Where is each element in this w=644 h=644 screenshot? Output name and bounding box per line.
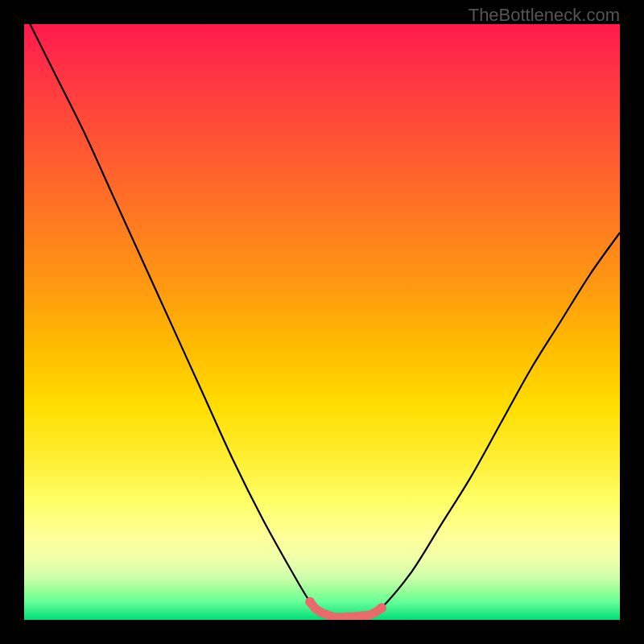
chart-container: TheBottleneck.com	[0, 0, 644, 644]
curve-svg	[24, 24, 620, 620]
bottleneck-curve-path	[30, 24, 620, 617]
plot-area	[24, 24, 620, 620]
optimal-zone-dot-left	[305, 597, 315, 607]
optimal-zone-path	[310, 602, 382, 617]
watermark-text: TheBottleneck.com	[469, 5, 620, 26]
optimal-zone-dot-right	[377, 603, 386, 613]
